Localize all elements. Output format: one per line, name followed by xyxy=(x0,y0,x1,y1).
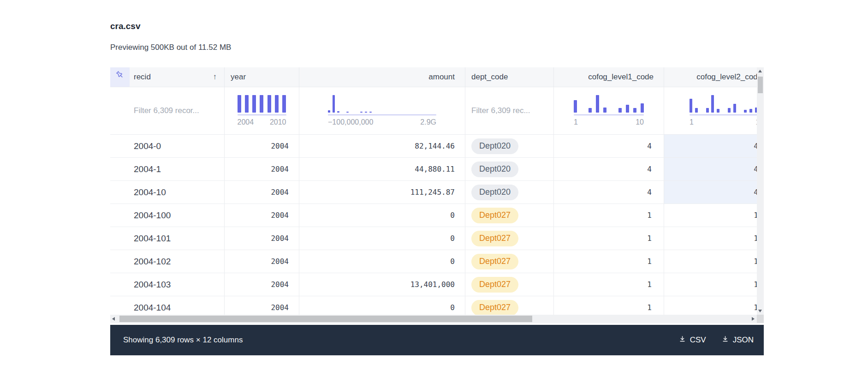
status-bar: Showing 6,309 rows × 12 columns CSV xyxy=(110,325,764,355)
cell-year: 2004 xyxy=(225,135,299,157)
cofog-level2-histogram[interactable]: 1 11 xyxy=(690,95,763,126)
cell-cofog-level1: 1 xyxy=(554,204,664,227)
table-row: 2004-101 2004 0 Dept027 1 1 xyxy=(110,227,764,250)
column-header-cofog-level1[interactable]: cofog_level1_code xyxy=(554,67,664,87)
cell-recid: 2004-104 xyxy=(110,296,225,315)
cell-year: 2004 xyxy=(225,158,299,180)
cell-amount: 82,144.46 xyxy=(299,135,465,157)
cell-dept-code: Dept027 xyxy=(465,204,554,227)
cell-cofog-level2: 1 xyxy=(664,204,764,227)
data-table: recid ↑ year amount dept_code cofog_leve… xyxy=(110,67,764,355)
filter-cell-dept-code xyxy=(465,87,554,134)
preview-size-info: Previewing 500KB out of 11.52 MB xyxy=(110,42,868,53)
cell-recid: 2004-103 xyxy=(110,273,225,296)
file-title: cra.csv xyxy=(110,21,868,31)
cell-year: 2004 xyxy=(225,296,299,315)
hist-min-label: 1 xyxy=(574,118,578,126)
row-column-count: Showing 6,309 rows × 12 columns xyxy=(123,335,243,345)
hist-max-label: 10 xyxy=(636,118,644,126)
cell-year: 2004 xyxy=(225,250,299,273)
cell-recid: 2004-100 xyxy=(110,204,225,227)
cell-cofog-level2: 1 xyxy=(664,273,764,296)
cell-recid: 2004-101 xyxy=(110,227,225,250)
cell-dept-code: Dept027 xyxy=(465,273,554,296)
filter-cell-year: 2004 2010 xyxy=(225,87,299,134)
scroll-right-arrow-icon[interactable] xyxy=(752,317,755,321)
scrollbar-corner xyxy=(757,315,764,323)
cell-cofog-level1: 4 xyxy=(554,158,664,180)
column-header-recid[interactable]: recid ↑ xyxy=(130,67,225,87)
download-json-button[interactable]: JSON xyxy=(722,335,754,345)
cell-recid: 2004-1 xyxy=(110,158,225,180)
table-header-row: recid ↑ year amount dept_code cofog_leve… xyxy=(110,67,764,87)
column-header-amount[interactable]: amount xyxy=(299,67,465,87)
cell-dept-code: Dept020 xyxy=(465,158,554,180)
cell-dept-code: Dept027 xyxy=(465,227,554,250)
recid-filter-input[interactable] xyxy=(110,87,224,134)
table-row: 2004-100 2004 0 Dept027 1 1 xyxy=(110,204,764,227)
download-csv-button[interactable]: CSV xyxy=(679,335,706,345)
cell-amount: 0 xyxy=(299,296,465,315)
cell-cofog-level2: 1 xyxy=(664,296,764,315)
cell-amount: 44,880.11 xyxy=(299,158,465,180)
cell-cofog-level2: 1 xyxy=(664,227,764,250)
cell-cofog-level1: 4 xyxy=(554,135,664,157)
horizontal-scrollbar[interactable] xyxy=(110,315,764,323)
histogram-baseline xyxy=(238,114,286,115)
table-viewport: recid ↑ year amount dept_code cofog_leve… xyxy=(110,67,764,315)
histogram-baseline xyxy=(574,114,644,115)
cell-year: 2004 xyxy=(225,181,299,203)
pushpin-icon xyxy=(115,68,125,87)
cell-year: 2004 xyxy=(225,273,299,296)
dept-badge: Dept027 xyxy=(471,254,518,269)
amount-histogram[interactable]: −100,000,000 2.9G xyxy=(328,95,436,126)
filter-cell-amount: −100,000,000 2.9G xyxy=(299,87,465,134)
filter-cell-cofog-level2: 1 11 xyxy=(664,87,764,134)
download-icon xyxy=(722,335,729,345)
histogram-baseline xyxy=(328,114,436,115)
dept-badge: Dept027 xyxy=(471,231,518,246)
dept-badge: Dept020 xyxy=(471,162,518,177)
table-row: 2004-102 2004 0 Dept027 1 1 xyxy=(110,250,764,273)
scroll-left-arrow-icon[interactable] xyxy=(112,317,115,321)
horizontal-scrollbar-thumb[interactable] xyxy=(119,316,532,322)
histogram-baseline xyxy=(690,114,763,115)
cell-cofog-level2: 4 xyxy=(664,181,764,203)
cell-dept-code: Dept020 xyxy=(465,181,554,203)
cell-amount: 111,245.87 xyxy=(299,181,465,203)
column-header-dept-code[interactable]: dept_code xyxy=(465,67,554,87)
cell-amount: 13,401,000 xyxy=(299,273,465,296)
filter-cell-cofog-level1: 1 10 xyxy=(554,87,664,134)
filter-row: 2004 2010 −100,000,000 2.9G xyxy=(110,87,764,135)
column-header-cofog-level2[interactable]: cofog_level2_code xyxy=(664,67,764,87)
dept-badge: Dept020 xyxy=(471,138,518,154)
cell-amount: 0 xyxy=(299,227,465,250)
cell-recid: 2004-0 xyxy=(110,135,225,157)
dept-code-filter-input[interactable] xyxy=(465,87,553,134)
cofog-level1-histogram[interactable]: 1 10 xyxy=(574,95,644,126)
dept-badge: Dept027 xyxy=(471,208,518,223)
vertical-scrollbar[interactable] xyxy=(757,67,764,315)
dept-badge: Dept020 xyxy=(471,185,518,200)
year-histogram[interactable]: 2004 2010 xyxy=(238,95,286,126)
cell-cofog-level1: 1 xyxy=(554,250,664,273)
filter-cell-recid xyxy=(110,87,225,134)
sort-ascending-icon[interactable]: ↑ xyxy=(213,67,217,87)
cell-amount: 0 xyxy=(299,250,465,273)
table-row: 2004-103 2004 13,401,000 Dept027 1 1 xyxy=(110,273,764,296)
cell-recid: 2004-10 xyxy=(110,181,225,203)
cell-cofog-level1: 1 xyxy=(554,227,664,250)
cell-year: 2004 xyxy=(225,204,299,227)
dept-badge: Dept027 xyxy=(471,300,518,315)
download-icon xyxy=(679,335,686,345)
column-header-year[interactable]: year xyxy=(225,67,299,87)
scroll-down-arrow-icon[interactable] xyxy=(758,310,762,312)
table-row: 2004-1 2004 44,880.11 Dept020 4 4 xyxy=(110,158,764,181)
hist-max-label: 2010 xyxy=(270,118,286,126)
dept-badge: Dept027 xyxy=(471,277,518,293)
scroll-up-arrow-icon[interactable] xyxy=(758,70,762,72)
pin-column-button[interactable] xyxy=(110,67,130,87)
vertical-scrollbar-thumb[interactable] xyxy=(758,77,763,93)
table-row: 2004-10 2004 111,245.87 Dept020 4 4 xyxy=(110,181,764,204)
cell-cofog-level2: 1 xyxy=(664,250,764,273)
